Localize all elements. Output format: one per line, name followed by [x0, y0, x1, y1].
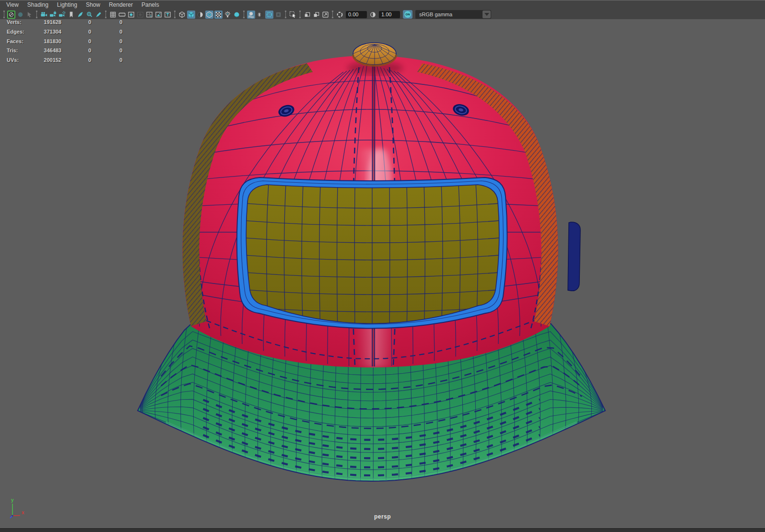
bottom-strip — [0, 528, 765, 532]
textures-icon[interactable] — [214, 11, 223, 19]
view-transform-value: sRGB gamma — [415, 10, 483, 19]
hud-v1: 181830 — [21, 37, 61, 47]
toolbar-separator — [36, 11, 37, 18]
top-bar: View Shading Lighting Show Renderer Pane… — [0, 0, 765, 19]
camera-name-label: persp — [374, 513, 391, 520]
toolbar-separator — [4, 11, 4, 18]
camera-attributes-icon[interactable] — [58, 11, 66, 19]
toolbar-separator — [285, 11, 286, 18]
toolbar-separator — [300, 11, 300, 18]
resolution-gate-icon[interactable] — [127, 11, 135, 19]
select-camera-icon[interactable] — [40, 11, 48, 19]
safe-title-icon[interactable] — [164, 11, 172, 19]
toolbar-separator — [244, 11, 244, 18]
hud-row: Faces:18183000 — [0, 37, 144, 47]
shadows-icon[interactable] — [233, 11, 241, 19]
view-transform-select[interactable]: sRGB gamma — [415, 10, 491, 19]
isolate-select-icon[interactable] — [289, 11, 297, 19]
color-management-on-label: ON — [404, 11, 411, 18]
contrast-icon[interactable] — [369, 11, 377, 19]
toolbar-separator — [106, 11, 106, 18]
field-chart-icon[interactable] — [145, 11, 153, 19]
bookmark-icon[interactable] — [67, 11, 75, 19]
exposure-icon[interactable] — [336, 11, 344, 19]
exposure-field[interactable]: 0.00 — [346, 11, 367, 18]
ssao-icon[interactable] — [247, 11, 255, 19]
viewport-renderer-icon[interactable] — [7, 11, 15, 19]
motion-blur-icon[interactable] — [256, 11, 264, 19]
axis-y-label: y — [11, 497, 14, 503]
smooth-shaded-icon[interactable] — [187, 11, 195, 19]
hud-v1: 346483 — [21, 46, 61, 56]
depth-of-field-icon[interactable] — [274, 11, 282, 19]
anti-aliasing-icon[interactable] — [265, 11, 273, 19]
toolbar-separator — [175, 11, 175, 18]
hud-v2: 0 — [71, 37, 91, 47]
lock-camera-icon[interactable] — [49, 11, 57, 19]
film-gate-icon[interactable] — [118, 11, 126, 19]
zoom-2d-icon[interactable] — [312, 11, 320, 19]
chevron-down-icon[interactable] — [483, 11, 491, 18]
textured-icon[interactable] — [196, 11, 204, 19]
hud-v2: 0 — [71, 46, 91, 56]
hud-row: Tris:34648300 — [0, 46, 144, 56]
hud-row: UVs:20015200 — [0, 56, 144, 65]
hud-v3: 0 — [102, 56, 122, 65]
gate-mask-icon[interactable] — [136, 11, 144, 19]
wireframe-on-shaded-icon[interactable] — [205, 11, 213, 19]
hud-v1: 371304 — [21, 27, 61, 37]
arrow-cursor-icon[interactable] — [25, 11, 34, 19]
lights-icon[interactable] — [224, 11, 232, 19]
toolbar-separator — [332, 11, 333, 18]
hud-stats: Verts:19162800Edges:37130400Faces:181830… — [0, 18, 144, 65]
color-management-toggle[interactable]: ON — [403, 10, 412, 19]
menu-shading[interactable]: Shading — [23, 0, 53, 10]
pan-zoom-icon[interactable] — [85, 11, 94, 19]
hud-v2: 0 — [71, 56, 91, 65]
wireframe-icon[interactable] — [178, 11, 186, 19]
viewport-3d[interactable]: Verts:19162800Edges:37130400Faces:181830… — [0, 19, 765, 528]
hud-row: Edges:37130400 — [0, 27, 144, 37]
menu-renderer[interactable]: Renderer — [105, 0, 137, 10]
region-zoom-icon[interactable] — [321, 11, 330, 19]
hud-v3: 0 — [102, 27, 122, 37]
cap-model[interactable] — [0, 19, 765, 528]
axis-x-label: x — [22, 510, 24, 515]
grid-icon[interactable] — [109, 11, 117, 19]
panel-toolbar: 0.001.00ONsRGB gamma — [0, 10, 765, 19]
hud-v1: 200152 — [21, 56, 61, 65]
menu-panels[interactable]: Panels — [137, 0, 164, 10]
pan-2d-icon[interactable] — [303, 11, 311, 19]
menu-view[interactable]: View — [2, 0, 23, 10]
hud-v3: 0 — [102, 37, 122, 47]
marker-icon[interactable] — [94, 11, 103, 19]
grease-pencil-icon[interactable] — [76, 11, 84, 19]
menu-show[interactable]: Show — [82, 0, 105, 10]
safe-action-icon[interactable] — [154, 11, 163, 19]
hud-v3: 0 — [102, 46, 122, 56]
hud-v2: 0 — [71, 27, 91, 37]
panel-menu-bar: View Shading Lighting Show Renderer Pane… — [0, 0, 765, 10]
axis-gizmo: y x — [3, 497, 33, 521]
circle-icon[interactable] — [16, 11, 24, 19]
gamma-field[interactable]: 1.00 — [379, 11, 400, 18]
menu-lighting[interactable]: Lighting — [53, 0, 82, 10]
